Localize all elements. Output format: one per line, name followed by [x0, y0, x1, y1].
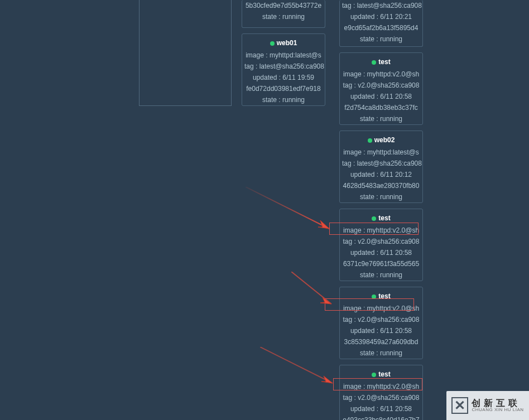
status-dot-icon [372, 373, 376, 377]
watermark: ✕ 创新互联 CHUANG XIN HU LIAN [446, 391, 529, 420]
hash-line: e9cd65af2b6a13f5895d4 [342, 22, 420, 33]
hash-line: 5b30cfed9e7d55b43772e [244, 0, 323, 11]
annotation-rect [333, 378, 422, 390]
tag-line: tag : latest@sha256:ca908 [342, 0, 420, 11]
status-dot-icon [372, 60, 376, 65]
svg-line-4 [260, 347, 333, 383]
svg-line-0 [246, 187, 329, 229]
tag-line: tag : v2.0@sha256:ca908 [342, 80, 420, 91]
svg-marker-1 [318, 220, 329, 229]
container-card-test[interactable]: test image : myhttpd:v2.0@sh tag : v2.0@… [339, 52, 423, 125]
svg-marker-5 [321, 376, 333, 383]
card-title: web02 [342, 134, 420, 146]
container-card-test[interactable]: test image : myhttpd:v2.0@sh tag : v2.0@… [339, 209, 423, 281]
tag-line: tag : latest@sha256:ca908 [342, 158, 420, 169]
watermark-logo-icon: ✕ [451, 397, 468, 414]
updated-line: updated : 6/11 19:59 [244, 72, 323, 83]
state-line: state : running [244, 94, 323, 105]
updated-line: updated : 6/11 20:21 [342, 11, 420, 22]
container-card-test[interactable]: test image : myhttpd:v2.0@sh tag : v2.0@… [339, 365, 423, 420]
card-title: test [342, 56, 420, 67]
watermark-cn: 创新互联 [472, 399, 523, 408]
updated-line: updated : 6/11 20:58 [342, 325, 420, 336]
status-dot-icon [270, 41, 275, 46]
hash-line: e493cc33bc8c40d16e7b7 [342, 414, 420, 420]
card-title: test [342, 213, 420, 224]
hash-line: 6371c9e76961f3a55d565 [342, 258, 420, 269]
state-line: state : running [342, 347, 420, 359]
hash-line: 3c85398459a27a609dbd [342, 336, 420, 347]
image-line: image : myhttpd:v2.0@sh [342, 69, 420, 80]
image-line: image : myhttpd:latest@s [342, 147, 420, 158]
image-line: image : myhttpd:latest@s [244, 50, 323, 61]
state-line: state : running [342, 113, 420, 124]
hash-line: fe0d72dd03981edf7e918 [244, 83, 323, 94]
status-dot-icon [372, 216, 376, 221]
tag-line: tag : v2.0@sha256:ca908 [342, 236, 420, 247]
container-card[interactable]: 5b30cfed9e7d55b43772e state : running [242, 0, 325, 28]
status-dot-icon [368, 138, 372, 143]
tag-line: tag : latest@sha256:ca908 [244, 61, 323, 72]
annotation-rect [325, 298, 414, 311]
annotation-rect [329, 223, 419, 235]
card-title: web01 [244, 37, 323, 49]
updated-line: updated : 6/11 20:58 [342, 247, 420, 258]
annotation-arrow-icon [246, 187, 340, 237]
updated-line: updated : 6/11 20:58 [342, 403, 420, 414]
tag-line: tag : v2.0@sha256:ca908 [342, 392, 420, 403]
state-line: state : running [342, 269, 420, 281]
container-card-test[interactable]: test image : myhttpd:v2.0@sh tag : v2.0@… [339, 287, 423, 359]
updated-line: updated : 6/11 20:12 [342, 169, 420, 180]
watermark-en: CHUANG XIN HU LIAN [472, 408, 523, 412]
state-line: state : running [342, 33, 420, 45]
container-card[interactable]: tag : latest@sha256:ca908 updated : 6/11… [339, 0, 423, 47]
state-line: state : running [244, 11, 323, 22]
annotation-arrow-icon [260, 347, 344, 392]
updated-line: updated : 6/11 20:58 [342, 91, 420, 102]
container-card-web02[interactable]: web02 image : myhttpd:latest@s tag : lat… [339, 131, 423, 203]
hash-line: f2d754ca8db38eb3c37fc [342, 102, 420, 113]
hash-line: 4628d5483ae280370fb80 [342, 180, 420, 191]
empty-panel [139, 0, 232, 106]
state-line: state : running [342, 191, 420, 202]
container-card-web01[interactable]: web01 image : myhttpd:latest@s tag : lat… [242, 33, 325, 106]
tag-line: tag : v2.0@sha256:ca908 [342, 314, 420, 325]
